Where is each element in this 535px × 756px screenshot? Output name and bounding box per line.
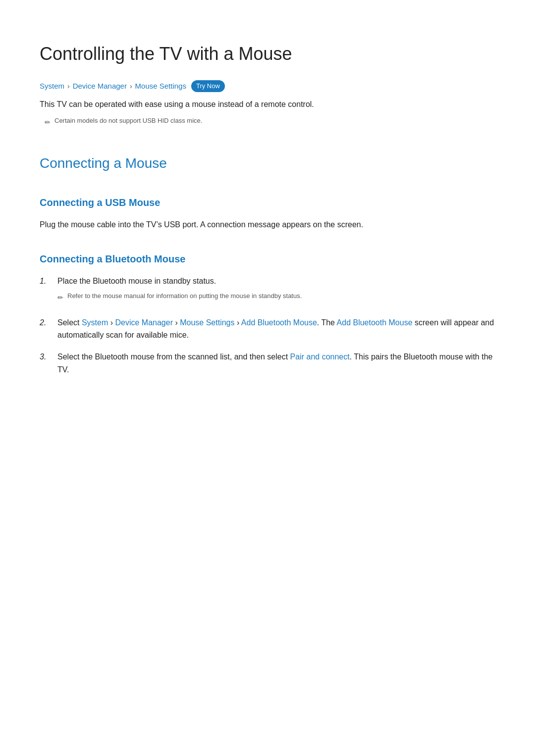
- usb-body-text: Plug the mouse cable into the TV’s USB p…: [40, 218, 495, 231]
- breadcrumb-mouse-settings[interactable]: Mouse Settings: [135, 80, 186, 92]
- step-2-content: Select System › Device Manager › Mouse S…: [57, 316, 495, 342]
- breadcrumb-separator-2: ›: [130, 81, 132, 92]
- step-1-note-icon: ✏: [57, 292, 63, 303]
- sep-1: ›: [108, 318, 115, 327]
- list-number-2: 2.: [40, 316, 50, 329]
- step-3-text-before: Select the Bluetooth mouse from the scan…: [57, 353, 290, 361]
- step-2-mid-text: . The: [317, 318, 337, 327]
- note-item: ✏ Certain models do not support USB HID …: [45, 116, 495, 128]
- link-add-bluetooth[interactable]: Add Bluetooth Mouse: [241, 318, 317, 327]
- step-1-text: Place the Bluetooth mouse in standby sta…: [57, 277, 216, 285]
- section-connecting-title: Connecting a Mouse: [40, 152, 495, 175]
- list-item-step-3: 3. Select the Bluetooth mouse from the s…: [40, 351, 495, 376]
- step-1-note: ✏ Refer to the mouse manual for informat…: [57, 291, 495, 303]
- link-add-bluetooth-2[interactable]: Add Bluetooth Mouse: [337, 318, 413, 327]
- list-item-step-1: 1. Place the Bluetooth mouse in standby …: [40, 275, 495, 307]
- breadcrumb-device-manager[interactable]: Device Manager: [73, 80, 127, 92]
- bluetooth-steps-list: 1. Place the Bluetooth mouse in standby …: [40, 275, 495, 376]
- breadcrumb-separator-1: ›: [67, 81, 70, 92]
- subsection-usb-title: Connecting a USB Mouse: [40, 195, 495, 210]
- sep-2: ›: [173, 318, 180, 327]
- step-3-content: Select the Bluetooth mouse from the scan…: [57, 351, 495, 376]
- list-number-3: 3.: [40, 351, 50, 363]
- sep-3: ›: [234, 318, 241, 327]
- note-text: Certain models do not support USB HID cl…: [54, 116, 202, 126]
- step-1-note-text: Refer to the mouse manual for informatio…: [67, 291, 302, 302]
- intro-text: This TV can be operated with ease using …: [40, 98, 495, 111]
- link-mouse-settings-2[interactable]: Mouse Settings: [180, 318, 234, 327]
- list-number-1: 1.: [40, 275, 50, 288]
- subsection-bluetooth-title: Connecting a Bluetooth Mouse: [40, 251, 495, 267]
- link-device-manager-2[interactable]: Device Manager: [115, 318, 173, 327]
- page-title: Controlling the TV with a Mouse: [40, 40, 495, 68]
- list-item-step-2: 2. Select System › Device Manager › Mous…: [40, 316, 495, 342]
- link-system-2[interactable]: System: [82, 318, 108, 327]
- step-2-text-before: Select: [57, 318, 82, 327]
- try-now-badge[interactable]: Try Now: [191, 80, 225, 93]
- link-pair-connect[interactable]: Pair and connect: [290, 353, 350, 361]
- note-icon: ✏: [45, 117, 51, 128]
- breadcrumb-system[interactable]: System: [40, 80, 64, 92]
- step-1-content: Place the Bluetooth mouse in standby sta…: [57, 275, 495, 307]
- breadcrumb: System › Device Manager › Mouse Settings…: [40, 80, 495, 93]
